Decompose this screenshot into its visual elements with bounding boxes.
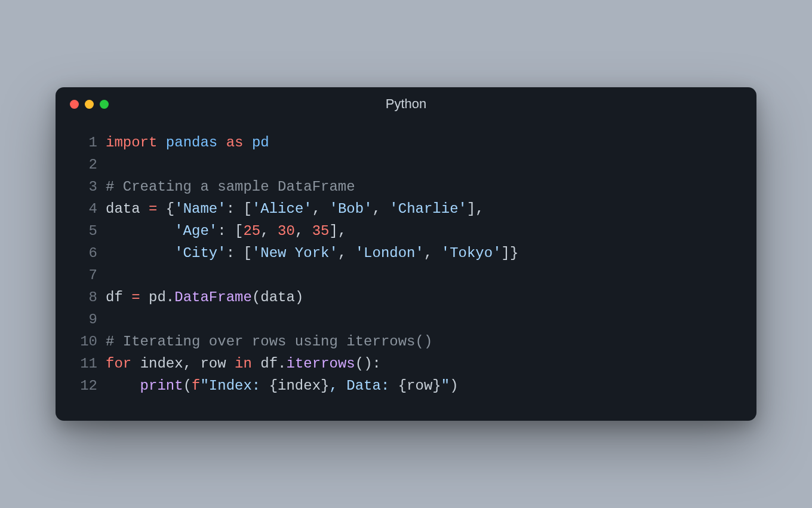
code-window: Python 1 import pandas as pd 2 3 # Creat… bbox=[56, 87, 756, 421]
line-number: 1 bbox=[70, 131, 106, 154]
line-number: 9 bbox=[70, 308, 106, 330]
code-text: 'Age': [25, 30, 35], bbox=[106, 220, 346, 242]
titlebar: Python bbox=[56, 87, 756, 121]
stage: Python 1 import pandas as pd 2 3 # Creat… bbox=[0, 0, 812, 508]
code-line: 10 # Iterating over rows using iterrows(… bbox=[70, 330, 742, 353]
code-text: df = pd.DataFrame(data) bbox=[106, 286, 303, 308]
code-text: import pandas as pd bbox=[106, 131, 269, 154]
code-line: 8 df = pd.DataFrame(data) bbox=[70, 286, 742, 308]
line-number: 7 bbox=[70, 264, 106, 286]
code-text: data = {'Name': ['Alice', 'Bob', 'Charli… bbox=[106, 198, 484, 220]
code-line: 1 import pandas as pd bbox=[70, 131, 742, 154]
line-number: 12 bbox=[70, 375, 106, 397]
line-number: 5 bbox=[70, 220, 106, 242]
code-line: 9 bbox=[70, 308, 742, 330]
code-text: 'City': ['New York', 'London', 'Tokyo']} bbox=[106, 242, 518, 264]
window-title: Python bbox=[56, 96, 756, 112]
code-line: 7 bbox=[70, 264, 742, 286]
line-number: 8 bbox=[70, 286, 106, 308]
code-text: for index, row in df.iterrows(): bbox=[106, 353, 381, 375]
code-text: # Iterating over rows using iterrows() bbox=[106, 330, 432, 353]
code-text: # Creating a sample DataFrame bbox=[106, 176, 355, 198]
code-line: 12 print(f"Index: {index}, Data: {row}") bbox=[70, 375, 742, 397]
code-line: 5 'Age': [25, 30, 35], bbox=[70, 220, 742, 242]
line-number: 3 bbox=[70, 176, 106, 198]
code-line: 3 # Creating a sample DataFrame bbox=[70, 176, 742, 198]
code-line: 4 data = {'Name': ['Alice', 'Bob', 'Char… bbox=[70, 198, 742, 220]
line-number: 11 bbox=[70, 353, 106, 375]
code-line: 2 bbox=[70, 154, 742, 176]
line-number: 4 bbox=[70, 198, 106, 220]
code-line: 11 for index, row in df.iterrows(): bbox=[70, 353, 742, 375]
code-line: 6 'City': ['New York', 'London', 'Tokyo'… bbox=[70, 242, 742, 264]
line-number: 6 bbox=[70, 242, 106, 264]
code-text: print(f"Index: {index}, Data: {row}") bbox=[106, 375, 459, 397]
line-number: 2 bbox=[70, 154, 106, 176]
line-number: 10 bbox=[70, 330, 106, 353]
code-editor[interactable]: 1 import pandas as pd 2 3 # Creating a s… bbox=[56, 121, 756, 421]
